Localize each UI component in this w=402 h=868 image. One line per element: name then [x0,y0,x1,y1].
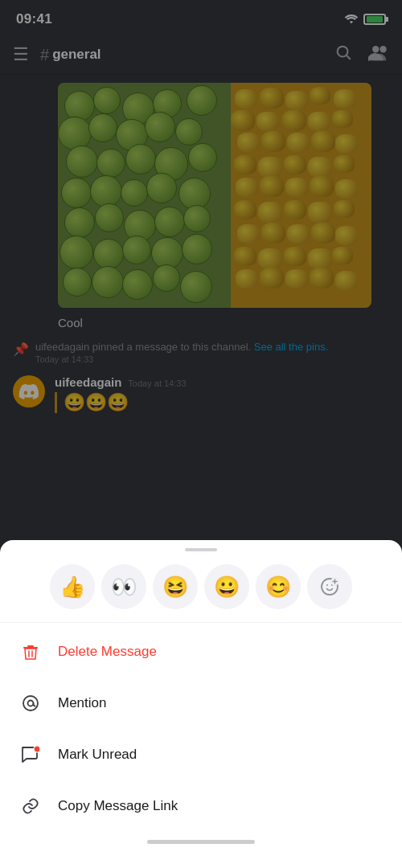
add-emoji-button[interactable] [307,564,352,609]
copy-link-label: Copy Message Link [58,798,178,814]
trash-icon [19,641,42,663]
delete-message-label: Delete Message [58,644,157,660]
emoji-blush[interactable]: 😊 [256,564,301,609]
emoji-eyes[interactable]: 👀 [101,564,146,609]
drag-handle [185,548,217,551]
svg-rect-12 [27,645,34,647]
home-indicator [147,840,255,844]
add-emoji-icon [320,577,339,596]
mention-button[interactable]: Mention [0,678,402,729]
emoji-thumbsup[interactable]: 👍 [50,564,95,609]
emoji-smile[interactable]: 😀 [204,564,249,609]
emoji-grin[interactable]: 😆 [153,564,198,609]
mark-unread-button[interactable]: Mark Unread [0,729,402,780]
delete-message-button[interactable]: Delete Message [0,626,402,678]
svg-point-17 [34,746,40,752]
copy-link-button[interactable]: Copy Message Link [0,780,402,832]
mark-unread-label: Mark Unread [58,747,137,763]
bottom-sheet: 👍 👀 😆 😀 😊 [0,540,402,868]
link-icon [19,795,42,817]
at-icon [19,692,42,714]
mention-label: Mention [58,695,106,711]
mark-unread-icon [19,743,42,766]
svg-point-16 [28,701,34,706]
svg-point-15 [23,696,38,710]
svg-point-5 [326,584,328,586]
emoji-reactions-row: 👍 👀 😆 😀 😊 [0,564,402,623]
